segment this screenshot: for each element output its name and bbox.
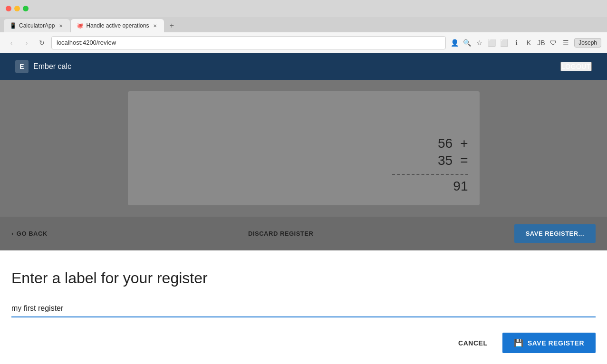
back-button[interactable]: ‹ (6, 37, 17, 48)
jb-extension-icon[interactable]: JB (536, 38, 546, 48)
active-tab-close[interactable]: ✕ (152, 22, 158, 29)
operator: + (460, 136, 468, 151)
dialog-area: Enter a label for your register CANCEL 💾… (0, 250, 607, 364)
save-icon: 💾 (514, 338, 524, 347)
tab-calculator-app[interactable]: 📱 CalculatorApp ✕ (4, 19, 70, 32)
active-tab-favicon: 🐙 (77, 22, 83, 29)
operand1: 56 (438, 136, 453, 151)
app-name: Ember calc (33, 62, 71, 71)
tab-bar: 📱 CalculatorApp ✕ 🐙 Handle active operat… (0, 17, 607, 32)
app-logo: E Ember calc (15, 60, 71, 73)
title-bar (0, 0, 607, 17)
go-back-chevron-icon: ‹ (11, 230, 14, 237)
zoom-icon[interactable]: 🔍 (462, 38, 472, 48)
logo-box: E (15, 60, 29, 73)
calc-row-2: 35 = (438, 153, 468, 168)
close-button[interactable] (6, 6, 11, 11)
info-icon[interactable]: ℹ (511, 38, 521, 48)
profile-button[interactable]: Joseph (574, 38, 601, 48)
register-input-wrapper (11, 302, 596, 317)
extensions-icon[interactable]: 👤 (450, 38, 459, 48)
url-bar[interactable]: localhost:4200/review (51, 36, 446, 49)
calculator-tab-label: CalculatorApp (19, 22, 55, 29)
url-text: localhost:4200/review (57, 39, 116, 46)
browser-icons: 👤 🔍 ☆ ⬜ ⬜ ℹ K JB 🛡 ☰ (450, 38, 570, 48)
screen-icon[interactable]: ⬜ (487, 38, 496, 48)
dialog-title: Enter a label for your register (11, 269, 596, 287)
menu-icon[interactable]: ☰ (561, 38, 570, 48)
action-bar: ‹ GO BACK DISCARD REGISTER SAVE REGISTER… (0, 217, 607, 250)
minimize-button[interactable] (14, 6, 20, 11)
go-back-button[interactable]: ‹ GO BACK (11, 230, 48, 237)
k-extension-icon[interactable]: K (524, 38, 533, 48)
calculator-tab-close[interactable]: ✕ (58, 22, 64, 29)
save-register-button[interactable]: SAVE REGISTER... (514, 224, 596, 243)
new-tab-button[interactable]: + (165, 19, 178, 32)
forward-button[interactable]: › (21, 37, 32, 48)
maximize-button[interactable] (23, 6, 29, 11)
go-back-label: GO BACK (17, 230, 48, 237)
operand2: 35 (438, 153, 453, 168)
reload-button[interactable]: ↻ (36, 37, 48, 48)
tab-active-operations[interactable]: 🐙 Handle active operations ✕ (71, 19, 164, 32)
calc-row-1: 56 + (438, 136, 468, 151)
address-bar: ‹ › ↻ localhost:4200/review 👤 🔍 ☆ ⬜ ⬜ ℹ … (0, 32, 607, 53)
equals: = (460, 153, 468, 168)
discard-register-button[interactable]: DISCARD REGISTER (248, 230, 313, 237)
logout-button[interactable]: LOGOUT (560, 62, 592, 71)
calculator-area: 56 + 35 = 91 (0, 80, 607, 217)
save-final-button[interactable]: 💾 SAVE REGISTER (502, 333, 596, 353)
cancel-button[interactable]: CANCEL (451, 335, 495, 351)
save-final-label: SAVE REGISTER (528, 339, 584, 347)
app-header: E Ember calc LOGOUT (0, 53, 607, 80)
active-tab-label: Handle active operations (86, 22, 149, 29)
calculator-tab-favicon: 📱 (10, 22, 16, 29)
register-label-input[interactable] (11, 302, 596, 315)
shield-icon[interactable]: 🛡 (549, 38, 558, 48)
pocket-icon[interactable]: ⬜ (499, 38, 509, 48)
calc-result: 91 (453, 179, 468, 194)
calc-divider (392, 174, 468, 175)
star-icon[interactable]: ☆ (474, 38, 484, 48)
dialog-actions: CANCEL 💾 SAVE REGISTER (11, 321, 596, 353)
calculator-display: 56 + 35 = 91 (128, 91, 480, 205)
traffic-lights (6, 6, 29, 11)
